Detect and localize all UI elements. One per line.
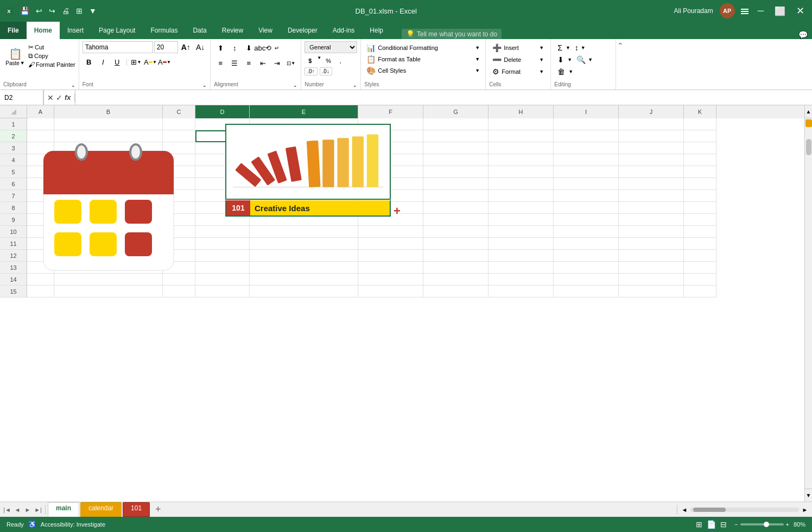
cell-b2[interactable]: [54, 130, 163, 142]
first-sheet-button[interactable]: |◄: [2, 505, 12, 515]
insert-dropdown-icon[interactable]: ▼: [539, 45, 544, 50]
cell-e10[interactable]: [250, 226, 358, 238]
row-header-12[interactable]: 12: [0, 250, 27, 262]
cell-g7[interactable]: [423, 190, 489, 202]
cell-b1[interactable]: [54, 118, 163, 130]
cell-a7[interactable]: [27, 190, 54, 202]
cell-f12[interactable]: [358, 250, 423, 262]
cell-i11[interactable]: [554, 238, 619, 250]
cell-j12[interactable]: [619, 250, 684, 262]
cell-e13[interactable]: [250, 262, 358, 274]
merge-center-button[interactable]: ⊡ ▼: [284, 56, 297, 69]
normal-view-button[interactable]: ⊞: [695, 519, 703, 530]
cell-i6[interactable]: [554, 178, 619, 190]
copy-button[interactable]: ⧉ Copy: [28, 52, 75, 60]
comma-button[interactable]: ,: [335, 55, 346, 66]
cell-k13[interactable]: [684, 262, 716, 274]
print-preview-button[interactable]: 🖨: [60, 5, 71, 16]
tab-developer[interactable]: Developer: [280, 22, 325, 39]
orient-button[interactable]: abc⟲: [256, 41, 269, 54]
tab-data[interactable]: Data: [185, 22, 214, 39]
tab-home[interactable]: Home: [27, 22, 60, 39]
cell-b12[interactable]: [54, 250, 163, 262]
cell-h9[interactable]: [489, 214, 554, 226]
cell-i5[interactable]: [554, 166, 619, 178]
cell-c9[interactable]: [163, 214, 195, 226]
autosum-button[interactable]: Σ ▼ ↕ ▼: [554, 42, 612, 53]
increase-indent-button[interactable]: ⇥: [270, 56, 283, 69]
cell-b5[interactable]: [54, 166, 163, 178]
row-header-10[interactable]: 10: [0, 226, 27, 238]
sort-dropdown-icon[interactable]: ▼: [581, 45, 586, 50]
italic-button[interactable]: I: [97, 55, 110, 68]
delete-cells-button[interactable]: ➖ Delete ▼: [489, 54, 547, 65]
cell-e15[interactable]: [250, 286, 358, 297]
collapse-ribbon-button[interactable]: ⌃: [616, 39, 625, 90]
cell-d15[interactable]: [195, 286, 250, 297]
row-header-5[interactable]: 5: [0, 166, 27, 178]
cell-d14[interactable]: [195, 274, 250, 286]
format-cells-button[interactable]: ⚙ Format ▼: [489, 66, 547, 77]
cell-a5[interactable]: [27, 166, 54, 178]
cell-j2[interactable]: [619, 130, 684, 142]
center-align-button[interactable]: ☰: [228, 56, 241, 69]
cell-e12[interactable]: [250, 250, 358, 262]
cell-k4[interactable]: [684, 154, 716, 166]
col-header-i[interactable]: I: [554, 105, 619, 118]
cell-g11[interactable]: [423, 238, 489, 250]
cell-a10[interactable]: [27, 226, 54, 238]
cell-h4[interactable]: [489, 154, 554, 166]
customize-qat-button[interactable]: ▼: [87, 5, 98, 16]
cell-d12[interactable]: [195, 250, 250, 262]
zoom-in-button[interactable]: +: [786, 521, 789, 528]
cell-c6[interactable]: [163, 178, 195, 190]
cell-g5[interactable]: [423, 166, 489, 178]
percent-button[interactable]: %: [323, 55, 334, 66]
cell-j5[interactable]: [619, 166, 684, 178]
cell-b11[interactable]: [54, 238, 163, 250]
cell-k2[interactable]: [684, 130, 716, 142]
cell-a4[interactable]: [27, 154, 54, 166]
cell-h1[interactable]: [489, 118, 554, 130]
cell-a1[interactable]: [27, 118, 54, 130]
cell-f10[interactable]: [358, 226, 423, 238]
tab-file[interactable]: File: [0, 22, 27, 39]
left-align-button[interactable]: ≡: [214, 56, 227, 69]
row-header-9[interactable]: 9: [0, 214, 27, 226]
cell-k6[interactable]: [684, 178, 716, 190]
cell-j1[interactable]: [619, 118, 684, 130]
cell-g13[interactable]: [423, 262, 489, 274]
cell-a14[interactable]: [27, 274, 54, 286]
cell-h2[interactable]: [489, 130, 554, 142]
cell-j14[interactable]: [619, 274, 684, 286]
conditional-formatting-button[interactable]: 📊 Conditional Formatting ▼: [364, 42, 482, 53]
cell-a3[interactable]: [27, 142, 54, 154]
add-item-button[interactable]: +: [394, 204, 401, 218]
wrap-text-button[interactable]: ↵: [270, 41, 283, 54]
accounting-button[interactable]: $: [304, 55, 315, 66]
cell-b6[interactable]: [54, 178, 163, 190]
cell-j9[interactable]: [619, 214, 684, 226]
cell-j3[interactable]: [619, 142, 684, 154]
minimize-button[interactable]: ─: [754, 5, 767, 17]
cell-d10[interactable]: [195, 226, 250, 238]
underline-button[interactable]: U: [111, 55, 124, 68]
cell-c3[interactable]: [163, 142, 195, 154]
cell-i13[interactable]: [554, 262, 619, 274]
cell-styles-button[interactable]: 🎨 Cell Styles ▼: [364, 65, 482, 76]
cell-k14[interactable]: [684, 274, 716, 286]
sheet-tab-101[interactable]: 101: [123, 502, 150, 517]
cell-b3[interactable]: [54, 142, 163, 154]
scroll-left-button[interactable]: ◄: [680, 505, 689, 515]
number-expand-icon[interactable]: ⌄: [353, 83, 357, 88]
row-header-11[interactable]: 11: [0, 238, 27, 250]
tab-view[interactable]: View: [251, 22, 280, 39]
middle-align-button[interactable]: ↕: [228, 41, 241, 54]
prev-sheet-button[interactable]: ◄: [12, 505, 22, 515]
cell-k5[interactable]: [684, 166, 716, 178]
cell-f14[interactable]: [358, 274, 423, 286]
cell-h14[interactable]: [489, 274, 554, 286]
restore-button[interactable]: ⬜: [771, 5, 789, 17]
borders-button[interactable]: ⊞ ▼: [130, 55, 143, 68]
cell-c1[interactable]: [163, 118, 195, 130]
